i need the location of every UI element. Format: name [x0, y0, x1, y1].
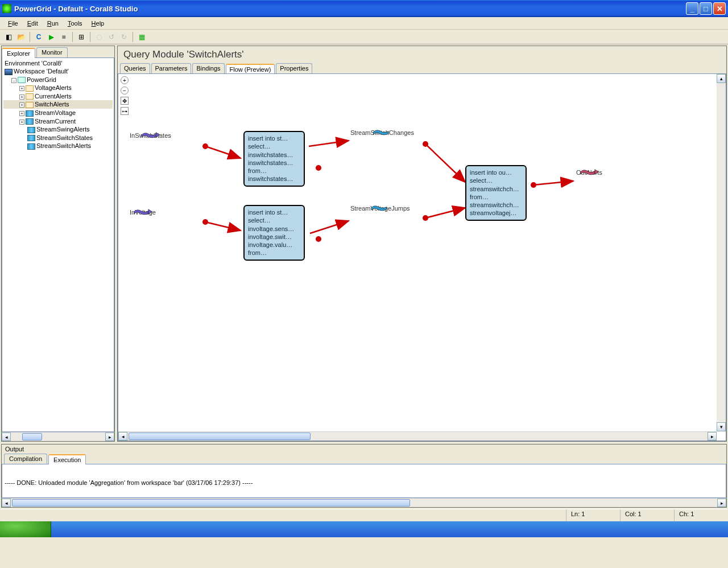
menu-bar: File Edit Run Tools Help — [0, 17, 728, 30]
svg-marker-17 — [595, 170, 599, 174]
node-query2[interactable]: insert into st…select…involtage.sens…inv… — [243, 205, 305, 261]
canvas-hscroll[interactable]: ◂ ▸ — [118, 431, 717, 441]
node-query1[interactable]: insert into st…select…inswitchstates…ins… — [243, 131, 305, 187]
tree-item-streamswitchstates[interactable]: StreamSwitchStates — [3, 134, 113, 142]
svg-point-12 — [423, 141, 428, 147]
menu-edit[interactable]: Edit — [23, 19, 43, 28]
tree-environment[interactable]: Environment 'Coral8' — [3, 59, 113, 67]
status-bar: Ln: 1 Col: 1 Ch: 1 — [0, 509, 728, 521]
node-outalerts[interactable]: OutAlerts — [576, 168, 602, 176]
scroll-left-icon[interactable]: ◂ — [2, 433, 11, 441]
expand-icon[interactable]: + — [19, 102, 24, 108]
node-query3[interactable]: insert into ou…select…streamswitchch…fro… — [465, 165, 527, 221]
tree-item-streamswingalerts[interactable]: StreamSwingAlerts — [3, 125, 113, 134]
output-panel: Output Compilation Execution ----- DONE:… — [1, 444, 727, 508]
tab-compilation[interactable]: Compilation — [4, 454, 47, 464]
stream-icon — [26, 118, 34, 125]
svg-line-2 — [309, 141, 349, 146]
flow-canvas[interactable]: + − ✥ ⊶ — [118, 73, 726, 441]
menu-help[interactable]: Help — [87, 19, 109, 28]
explorer-hscroll[interactable]: ◂ ▸ — [2, 432, 114, 441]
svg-line-4 — [310, 221, 349, 233]
tree-item-currentalerts[interactable]: +CurrentAlerts — [3, 92, 113, 101]
scroll-right-icon[interactable]: ▸ — [717, 499, 726, 507]
expand-icon[interactable]: + — [19, 111, 24, 116]
tree-item-streamswitchalerts[interactable]: StreamSwitchAlerts — [3, 142, 113, 150]
input-stream-icon — [130, 208, 156, 216]
stream-icon — [26, 110, 34, 117]
output-text[interactable]: ----- DONE: Unloaded module 'Aggregation… — [2, 464, 726, 498]
project-icon — [18, 77, 26, 83]
toolbar-compile-icon[interactable]: C — [34, 32, 44, 42]
scroll-right-icon[interactable]: ▸ — [105, 433, 114, 441]
toolbar-open-icon[interactable]: 📂 — [16, 32, 26, 42]
tree-item-streamvoltage[interactable]: +StreamVoltage — [3, 109, 113, 117]
input-stream-icon — [130, 131, 171, 139]
stream-icon — [27, 127, 35, 133]
node-inswitchstates[interactable]: InSwitchStates — [130, 131, 171, 139]
menu-tools[interactable]: Tools — [63, 19, 87, 28]
node-involtage[interactable]: InVoltage — [130, 208, 156, 216]
toolbar: ◧ 📂 C ▶ ■ ⊞ ◌ ↺ ↻ ▦ — [0, 30, 728, 44]
tree-item-voltagealerts[interactable]: +VoltageAlerts — [3, 84, 113, 92]
taskbar[interactable] — [0, 521, 728, 537]
output-label: Output — [2, 444, 726, 454]
toolbar-disabled3-icon: ↻ — [119, 32, 129, 42]
tree-workspace[interactable]: Workspace 'Default' — [3, 67, 113, 76]
svg-point-8 — [202, 143, 208, 149]
toolbar-new-icon[interactable]: ◧ — [3, 32, 14, 42]
collapse-icon[interactable]: - — [11, 78, 16, 83]
tree-item-switchalerts[interactable]: +SwitchAlerts — [3, 100, 113, 109]
tab-flow[interactable]: Flow (Preview) — [226, 64, 275, 74]
svg-line-1 — [205, 146, 241, 158]
tab-execution[interactable]: Execution — [48, 454, 86, 464]
output-hscroll[interactable]: ◂ ▸ — [2, 498, 726, 507]
workspace-icon — [5, 69, 13, 75]
start-button[interactable] — [0, 521, 51, 537]
tab-explorer[interactable]: Explorer — [2, 48, 35, 58]
tab-properties[interactable]: Properties — [276, 63, 312, 73]
scroll-left-icon[interactable]: ◂ — [118, 432, 127, 441]
scroll-down-icon[interactable]: ▾ — [717, 422, 726, 431]
close-button[interactable]: ✕ — [713, 2, 726, 15]
tab-queries[interactable]: Queries — [120, 63, 150, 73]
scroll-left-icon[interactable]: ◂ — [2, 499, 11, 507]
menu-run[interactable]: Run — [43, 19, 63, 28]
maximize-button[interactable]: □ — [700, 2, 712, 15]
editor-panel: Query Module 'SwitchAlerts' Queries Para… — [117, 46, 727, 442]
tab-parameters[interactable]: Parameters — [151, 63, 192, 73]
svg-marker-15 — [156, 133, 160, 137]
module-title: Query Module 'SwitchAlerts' — [118, 46, 726, 63]
expand-icon[interactable]: + — [19, 86, 24, 91]
node-streamvoltagejumps[interactable]: StreamVoltageJumps — [350, 204, 410, 212]
toolbar-btn-icon[interactable]: ⊞ — [76, 32, 86, 42]
tree-item-streamcurrent[interactable]: +StreamCurrent — [3, 117, 113, 126]
canvas-vscroll[interactable]: ▴ ▾ — [717, 74, 726, 431]
toolbar-run-icon[interactable]: ▶ — [46, 32, 56, 42]
app-icon — [2, 4, 11, 13]
tree-view[interactable]: Environment 'Coral8' Workspace 'Default'… — [2, 57, 114, 432]
tab-bindings[interactable]: Bindings — [192, 63, 224, 73]
output-stream-icon — [576, 168, 602, 176]
module-icon — [26, 93, 34, 100]
minimize-button[interactable]: _ — [686, 2, 698, 15]
tree-project[interactable]: -PowerGrid — [3, 76, 113, 84]
menu-file[interactable]: File — [3, 19, 23, 28]
svg-line-6 — [425, 208, 465, 218]
status-char: Ch: 1 — [674, 509, 728, 521]
module-icon — [26, 85, 34, 92]
tab-monitor[interactable]: Monitor — [36, 47, 68, 57]
svg-point-14 — [531, 182, 536, 188]
status-line: Ln: 1 — [566, 509, 620, 521]
toolbar-disabled1-icon: ◌ — [94, 32, 104, 42]
expand-icon[interactable]: + — [19, 120, 24, 125]
scroll-up-icon[interactable]: ▴ — [717, 74, 726, 83]
scroll-right-icon[interactable]: ▸ — [708, 432, 717, 441]
expand-icon[interactable]: + — [19, 94, 24, 100]
toolbar-disabled2-icon: ↺ — [106, 32, 117, 42]
toolbar-stop-icon[interactable]: ■ — [59, 32, 69, 42]
toolbar-table-icon[interactable]: ▦ — [136, 32, 147, 42]
node-streamswitchchanges[interactable]: StreamSwitchChanges — [350, 128, 414, 136]
svg-marker-16 — [148, 209, 152, 214]
module-icon — [26, 102, 34, 108]
